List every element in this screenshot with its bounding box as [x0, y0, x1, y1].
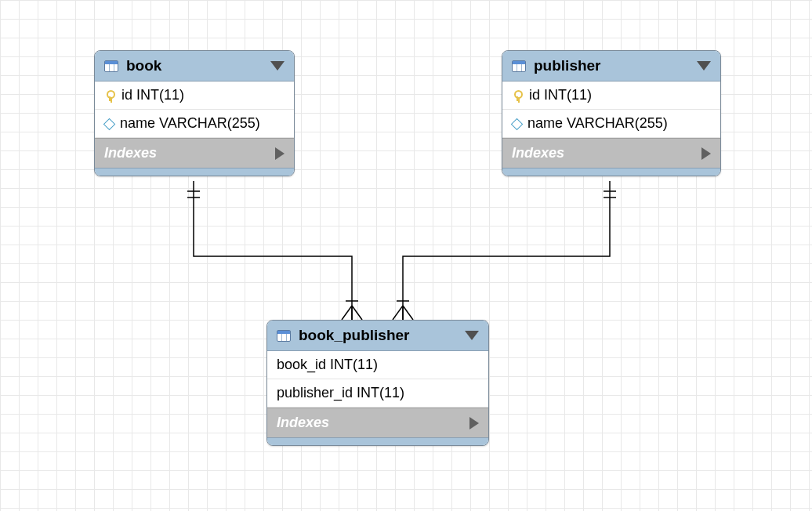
column-text: name VARCHAR(255): [527, 115, 668, 132]
expand-icon[interactable]: [701, 147, 711, 160]
column-row[interactable]: publisher_id INT(11): [267, 379, 488, 408]
column-row[interactable]: name VARCHAR(255): [502, 110, 720, 138]
entity-footer: [502, 168, 720, 176]
column-text: id INT(11): [121, 87, 184, 103]
column-icon: [104, 119, 114, 129]
svg-line-9: [393, 306, 403, 320]
erd-canvas[interactable]: book id INT(11) name VARCHAR(255) Indexe…: [0, 0, 812, 511]
column-text: name VARCHAR(255): [120, 115, 260, 132]
expand-icon[interactable]: [275, 147, 285, 160]
column-row[interactable]: name VARCHAR(255): [95, 110, 294, 138]
entity-title: book: [126, 57, 263, 74]
entity-title: book_publisher: [299, 327, 457, 344]
primary-key-icon: [512, 90, 523, 101]
indexes-label: Indexes: [512, 145, 694, 161]
entity-footer: [267, 437, 488, 445]
indexes-label: Indexes: [104, 145, 267, 161]
indexes-section[interactable]: Indexes: [502, 138, 720, 168]
entity-title: publisher: [534, 57, 689, 74]
expand-icon[interactable]: [469, 417, 479, 429]
entity-publisher[interactable]: publisher id INT(11) name VARCHAR(255) I…: [502, 50, 721, 176]
column-text: id INT(11): [529, 87, 592, 103]
indexes-section[interactable]: Indexes: [267, 408, 488, 437]
collapse-icon[interactable]: [465, 331, 479, 340]
svg-line-5: [352, 306, 362, 320]
column-row[interactable]: id INT(11): [95, 82, 294, 110]
column-text: publisher_id INT(11): [277, 385, 404, 401]
entity-header-publisher[interactable]: publisher: [502, 51, 720, 82]
svg-line-3: [342, 306, 352, 320]
column-row[interactable]: book_id INT(11): [267, 351, 488, 379]
entity-header-book-publisher[interactable]: book_publisher: [267, 321, 488, 351]
indexes-section[interactable]: Indexes: [95, 138, 294, 168]
primary-key-icon: [104, 90, 115, 101]
indexes-label: Indexes: [277, 415, 462, 431]
entity-book-publisher[interactable]: book_publisher book_id INT(11) publisher…: [266, 320, 489, 446]
collapse-icon[interactable]: [697, 61, 711, 71]
table-icon: [104, 60, 118, 72]
entity-book[interactable]: book id INT(11) name VARCHAR(255) Indexe…: [94, 50, 295, 176]
table-icon: [512, 60, 526, 72]
column-icon: [512, 119, 521, 129]
svg-line-11: [403, 306, 413, 320]
entity-footer: [95, 168, 294, 176]
column-row[interactable]: id INT(11): [502, 82, 720, 110]
entity-header-book[interactable]: book: [95, 51, 294, 82]
collapse-icon[interactable]: [270, 61, 285, 71]
column-text: book_id INT(11): [277, 357, 378, 373]
table-icon: [277, 330, 291, 342]
